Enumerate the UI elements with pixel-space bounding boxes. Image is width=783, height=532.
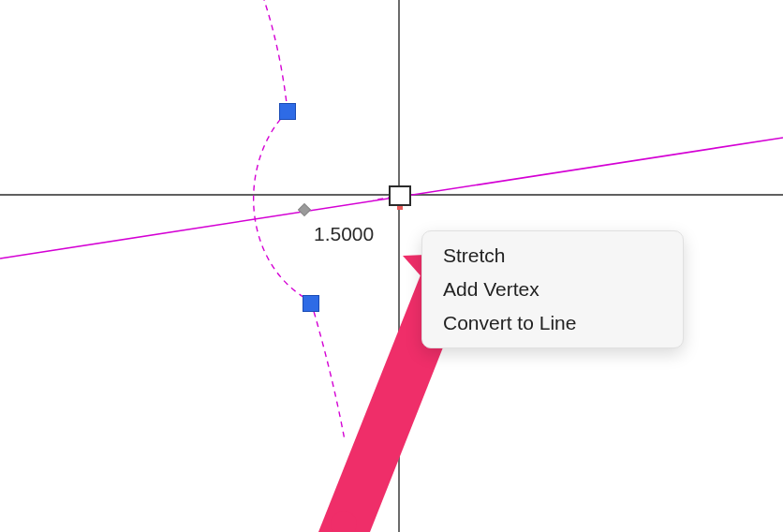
dashed-lower-tangent xyxy=(311,302,345,440)
polyline-grip[interactable] xyxy=(303,295,319,312)
dimension-label: 1.5000 xyxy=(314,223,374,245)
menu-item-add-vertex[interactable]: Add Vertex xyxy=(422,273,683,306)
menu-item-stretch[interactable]: Stretch xyxy=(422,239,683,273)
menu-item-convert-to-line[interactable]: Convert to Line xyxy=(422,306,683,340)
grip-context-menu: Stretch Add Vertex Convert to Line xyxy=(421,230,684,348)
active-grip[interactable] xyxy=(389,185,411,206)
polyline-grip[interactable] xyxy=(279,103,296,120)
dashed-upper-tangent xyxy=(264,0,288,111)
